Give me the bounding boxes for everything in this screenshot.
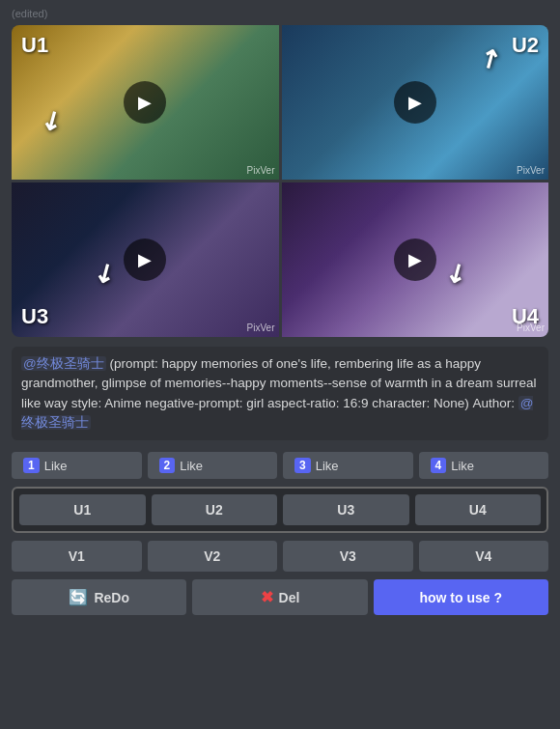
author-mention-start[interactable]: @终极圣骑士 xyxy=(21,356,106,371)
arrow-4: ↙ xyxy=(439,256,473,293)
del-icon: ✖ xyxy=(261,588,273,606)
redo-icon: 🔄 xyxy=(69,588,88,606)
u3-button[interactable]: U3 xyxy=(283,494,409,525)
how-suffix: ? xyxy=(494,590,503,605)
like-label-1: Like xyxy=(44,459,68,473)
arrow-1: ↙ xyxy=(35,103,69,140)
how-label: how to use xyxy=(419,590,490,605)
u1-button[interactable]: U1 xyxy=(19,494,146,525)
like-button-2[interactable]: 2 Like xyxy=(148,452,278,479)
like-badge-3: 3 xyxy=(294,458,311,473)
cell-label-3: U3 xyxy=(21,304,48,329)
redo-label: ReDo xyxy=(94,590,129,605)
like-label-4: Like xyxy=(451,459,474,473)
image-grid: ▶ ↙ U1 PixVer ▶ ↗ U2 PixVer ▶ ↙ U3 PixVe… xyxy=(12,25,548,337)
like-badge-2: 2 xyxy=(159,458,176,473)
u-button-row: U1 U2 U3 U4 xyxy=(12,487,548,533)
like-label-2: Like xyxy=(180,459,203,473)
description-block: @终极圣骑士 (prompt: happy memories of one's … xyxy=(12,347,548,440)
v1-button[interactable]: V1 xyxy=(12,541,142,572)
watermark-1: PixVer xyxy=(247,165,275,176)
v-button-row: V1 V2 V3 V4 xyxy=(12,541,548,572)
del-label: Del xyxy=(279,590,300,605)
v4-button[interactable]: V4 xyxy=(419,541,549,572)
v2-button[interactable]: V2 xyxy=(148,541,278,572)
del-button[interactable]: ✖ Del xyxy=(192,579,367,615)
arrow-2: ↗ xyxy=(473,42,507,78)
action-row: 🔄 ReDo ✖ Del how to use ? xyxy=(12,579,548,615)
edited-label: (edited) xyxy=(12,8,548,19)
like-button-3[interactable]: 3 Like xyxy=(283,452,413,479)
watermark-4: PixVer xyxy=(517,322,545,333)
v3-button[interactable]: V3 xyxy=(283,541,413,572)
like-badge-1: 1 xyxy=(23,458,40,473)
play-button-3[interactable]: ▶ xyxy=(124,238,166,281)
image-cell-2: ▶ ↗ U2 PixVer xyxy=(282,25,549,180)
how-to-use-button[interactable]: how to use ? xyxy=(374,579,548,615)
watermark-3: PixVer xyxy=(247,322,275,333)
u4-button[interactable]: U4 xyxy=(415,494,542,525)
like-badge-4: 4 xyxy=(431,458,447,473)
like-button-1[interactable]: 1 Like xyxy=(12,452,142,479)
like-button-4[interactable]: 4 Like xyxy=(419,452,549,479)
arrow-3: ↙ xyxy=(88,256,122,293)
like-label-3: Like xyxy=(316,459,339,473)
u2-button[interactable]: U2 xyxy=(152,494,278,525)
play-button-1[interactable]: ▶ xyxy=(124,81,166,124)
image-cell-1: ▶ ↙ U1 PixVer xyxy=(12,25,279,180)
like-button-row: 1 Like 2 Like 3 Like 4 Like xyxy=(12,452,548,479)
image-cell-4: ▶ ↙ U4 PixVer xyxy=(282,182,549,337)
watermark-2: PixVer xyxy=(517,165,545,176)
image-cell-3: ▶ ↙ U3 PixVer xyxy=(12,182,279,337)
cell-label-2: U2 xyxy=(512,33,539,58)
play-button-2[interactable]: ▶ xyxy=(394,81,436,124)
cell-label-1: U1 xyxy=(21,33,48,58)
play-button-4[interactable]: ▶ xyxy=(394,238,436,281)
redo-button[interactable]: 🔄 ReDo xyxy=(12,579,186,615)
